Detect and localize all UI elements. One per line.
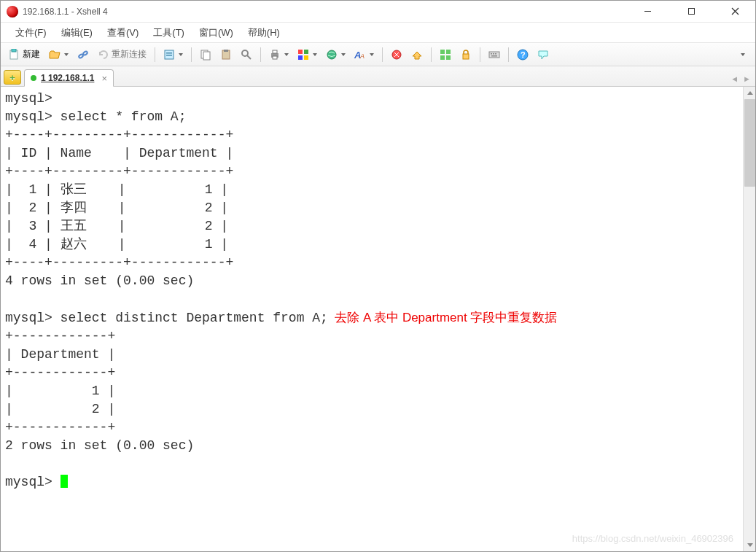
menu-tools[interactable]: 工具(T) xyxy=(146,23,192,42)
svg-rect-20 xyxy=(298,50,303,54)
status-dot-icon xyxy=(31,75,36,81)
svg-rect-5 xyxy=(12,49,16,52)
terminal-area: mysql> mysql> select * from A; +----+---… xyxy=(1,87,755,551)
tab-close-button[interactable]: × xyxy=(101,73,107,84)
terminal-line: +------------+ xyxy=(5,329,115,343)
maximize-button[interactable] xyxy=(677,1,706,22)
svg-rect-32 xyxy=(463,54,469,59)
color-palette-icon xyxy=(297,49,309,61)
arrow-up-icon xyxy=(747,91,753,95)
terminal-line: mysql> xyxy=(5,91,52,106)
svg-rect-18 xyxy=(273,50,277,53)
terminal[interactable]: mysql> mysql> select * from A; +----+---… xyxy=(1,87,755,551)
terminal-line: | 1 | 张三 | 1 | xyxy=(5,182,228,197)
cursor-icon xyxy=(61,475,68,488)
terminal-line: | 3 | 王五 | 2 | xyxy=(5,219,228,233)
terminal-line: 2 rows in set (0.00 sec) xyxy=(5,438,194,453)
svg-rect-21 xyxy=(304,50,308,54)
color-button[interactable] xyxy=(294,46,321,63)
window-controls xyxy=(633,1,749,22)
svg-line-16 xyxy=(247,55,251,59)
chat-button[interactable] xyxy=(534,46,553,63)
plus-icon: + xyxy=(9,72,15,83)
font-button[interactable]: AA xyxy=(351,46,378,63)
reconnect-button[interactable]: 重新连接 xyxy=(94,46,150,63)
chevron-down-icon xyxy=(284,53,289,56)
link-button[interactable] xyxy=(74,46,93,63)
minimize-button[interactable] xyxy=(633,1,662,22)
properties-button[interactable] xyxy=(160,46,187,63)
reconnect-icon xyxy=(98,49,109,61)
new-icon xyxy=(9,49,20,61)
tab-label: 1 192.168.1.1 xyxy=(41,73,94,83)
svg-rect-34 xyxy=(491,53,492,55)
copy-icon xyxy=(200,49,211,61)
xftp-icon xyxy=(411,49,423,61)
font-icon: AA xyxy=(354,49,366,61)
menu-file[interactable]: 文件(F) xyxy=(8,23,54,42)
svg-rect-35 xyxy=(493,53,494,55)
scroll-up-button[interactable] xyxy=(744,87,755,99)
terminal-line: | 2 | xyxy=(5,402,115,416)
scroll-thumb[interactable] xyxy=(744,99,755,187)
svg-rect-14 xyxy=(224,50,228,52)
help-icon: ? xyxy=(517,49,529,61)
help-button[interactable]: ? xyxy=(513,46,532,63)
link-icon xyxy=(77,49,89,61)
close-button[interactable] xyxy=(720,1,749,22)
add-tab-button[interactable]: + xyxy=(4,70,21,85)
chevron-down-icon xyxy=(64,53,69,56)
paste-button[interactable] xyxy=(217,46,235,63)
xftp-button[interactable] xyxy=(408,46,426,63)
menu-edit[interactable]: 编辑(E) xyxy=(54,23,100,42)
tabbar: + 1 192.168.1.1 × ◄ ► xyxy=(1,66,755,87)
toolbar: 新建 重新连接 xyxy=(1,43,755,66)
keyboard-button[interactable] xyxy=(485,46,504,63)
open-button[interactable] xyxy=(45,46,72,63)
reconnect-label: 重新连接 xyxy=(112,48,147,61)
copy-button[interactable] xyxy=(196,46,215,63)
search-icon xyxy=(241,49,252,61)
separator xyxy=(508,47,509,62)
svg-rect-33 xyxy=(489,52,499,58)
separator xyxy=(191,47,192,62)
keyboard-icon xyxy=(488,49,500,61)
terminal-line: +----+---------+------------+ xyxy=(5,164,233,179)
tab-next-button[interactable]: ► xyxy=(743,74,751,83)
svg-point-15 xyxy=(242,50,248,56)
separator xyxy=(155,47,155,62)
svg-rect-31 xyxy=(446,55,451,60)
menu-window[interactable]: 窗口(W) xyxy=(192,23,241,42)
chevron-down-icon xyxy=(341,53,346,56)
chat-icon xyxy=(537,49,549,61)
menu-help[interactable]: 帮助(H) xyxy=(241,23,287,42)
xshell-button[interactable] xyxy=(387,46,406,63)
session-tab[interactable]: 1 192.168.1.1 × xyxy=(24,69,114,87)
scrollbar[interactable] xyxy=(743,87,755,551)
globe-button[interactable] xyxy=(322,46,349,63)
new-label: 新建 xyxy=(23,48,40,61)
properties-icon xyxy=(163,49,175,61)
tile-button[interactable] xyxy=(436,46,455,63)
terminal-line: 4 rows in set (0.00 sec) xyxy=(5,273,194,288)
new-button[interactable]: 新建 xyxy=(5,46,44,63)
folder-open-icon xyxy=(49,49,61,61)
separator xyxy=(260,47,261,62)
separator xyxy=(480,47,480,62)
chevron-down-icon xyxy=(370,53,374,56)
scroll-down-button[interactable] xyxy=(744,539,755,551)
print-button[interactable] xyxy=(265,46,292,63)
paste-icon xyxy=(220,49,232,61)
toolbar-overflow-button[interactable] xyxy=(733,46,751,63)
lock-button[interactable] xyxy=(456,46,475,63)
svg-text:?: ? xyxy=(521,50,526,59)
terminal-line: +----+---------+------------+ xyxy=(5,255,233,270)
terminal-line: | 2 | 李四 | 2 | xyxy=(5,201,228,215)
svg-rect-23 xyxy=(304,55,308,60)
find-button[interactable] xyxy=(237,46,256,63)
lock-icon xyxy=(460,49,472,61)
chevron-down-icon xyxy=(741,53,745,56)
globe-icon xyxy=(326,49,338,61)
tab-prev-button[interactable]: ◄ xyxy=(730,74,739,83)
menu-view[interactable]: 查看(V) xyxy=(100,23,146,42)
